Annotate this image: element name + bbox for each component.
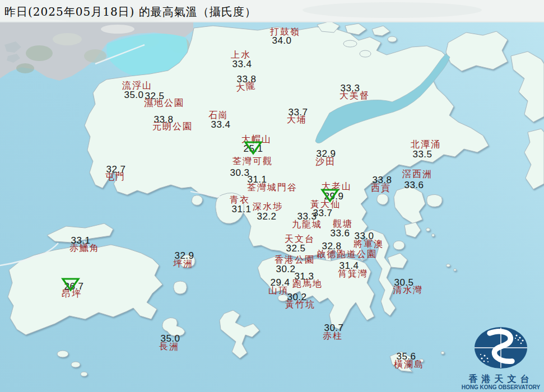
hko-max-temp-map: 昨日(2025年05月18日) 的最高氣溫（攝氏度） 34.0打鼓嶺33.4上水… xyxy=(0,0,544,392)
station-value: 30.3 xyxy=(230,168,249,178)
station-name: 坪洲 xyxy=(173,259,193,268)
hko-logo-english-name: HONG KONG OBSERVATORY xyxy=(459,384,543,391)
station-name: 青衣 xyxy=(230,195,250,204)
station-name: 清水灣 xyxy=(393,286,423,295)
station-name: 香港公園 xyxy=(275,255,315,264)
station-name: 觀塘 xyxy=(333,220,353,228)
station-value: 33.5 xyxy=(412,150,432,159)
station-name: 屯門 xyxy=(105,172,125,181)
station-name: 滘西洲 xyxy=(402,170,433,179)
station-name: 大埔 xyxy=(287,115,307,124)
station-name: 大隴 xyxy=(235,81,257,93)
station-value: 33.6 xyxy=(330,228,350,238)
station-name: 大美督 xyxy=(340,91,370,100)
station-name: 北潭涌 xyxy=(411,140,441,149)
station-name: 西貢 xyxy=(371,184,391,193)
station-name: 橫瀾島 xyxy=(394,360,424,369)
min-temp-triangle-marker xyxy=(244,140,263,157)
station-value: 32.2 xyxy=(257,212,276,221)
station-value: 33.6 xyxy=(404,180,424,190)
station-name: 流浮山 xyxy=(122,81,152,90)
station-name: 深水埗 xyxy=(253,202,283,211)
station-name: 濕地公園 xyxy=(144,99,184,108)
station-name: 筲箕灣 xyxy=(338,269,368,278)
station-name: 啟德跑道公園 xyxy=(317,250,377,259)
station-name: 上水 xyxy=(231,50,251,59)
station-name: 赤鱲角 xyxy=(69,244,100,253)
station-name: 荃灣可觀 xyxy=(233,157,273,166)
min-temp-triangle-marker xyxy=(320,188,340,205)
station-name: 石崗 xyxy=(208,111,229,120)
station-name: 天文台 xyxy=(285,235,315,244)
station-name: 跑馬地 xyxy=(292,279,323,288)
station-name: 元朗公園 xyxy=(152,122,193,131)
station-name: 赤柱 xyxy=(323,332,343,340)
station-value: 35.0 xyxy=(124,90,143,100)
station-value: 33.4 xyxy=(211,120,230,129)
station-name: 長洲 xyxy=(159,342,179,351)
hko-logo-chinese-name: 香港天文台 xyxy=(459,374,543,384)
station-value: 30.2 xyxy=(276,264,295,274)
hko-logo-icon xyxy=(467,326,534,370)
station-name: 將軍澳 xyxy=(354,240,384,249)
min-temp-triangle-marker xyxy=(61,277,80,294)
station-name: 黃竹坑 xyxy=(285,300,315,309)
station-value: 34.0 xyxy=(272,36,291,45)
station-name: 打鼓嶺 xyxy=(270,27,300,36)
station-name: 荃灣城門谷 xyxy=(247,183,297,192)
station-name: 山頂 xyxy=(268,286,289,295)
station-name: 沙田 xyxy=(315,157,336,166)
station-value: 33.4 xyxy=(232,59,252,69)
station-value: 32.5 xyxy=(286,244,305,253)
hko-logo: 香港天文台 HONG KONG OBSERVATORY xyxy=(459,326,543,391)
station-name: 九龍城 xyxy=(292,220,322,229)
station-value: 31.1 xyxy=(231,204,251,214)
